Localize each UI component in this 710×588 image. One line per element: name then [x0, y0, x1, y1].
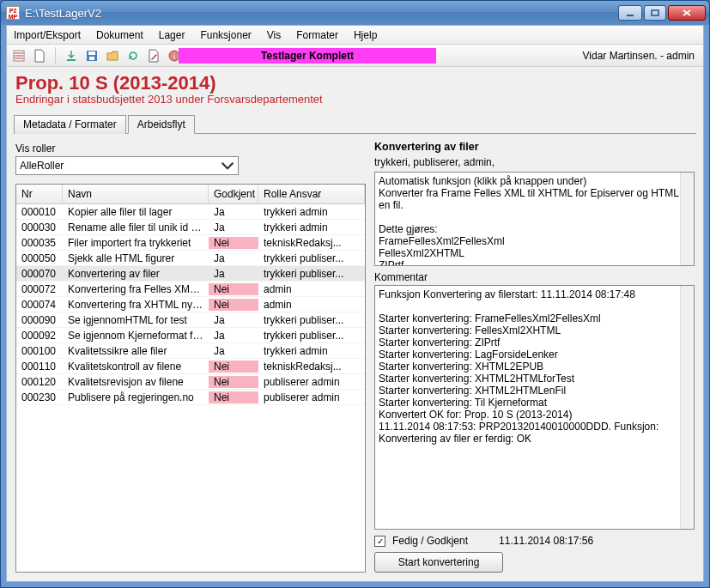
cell: tekniskRedaksj...	[258, 237, 365, 249]
col-nr[interactable]: Nr	[16, 185, 63, 203]
menu-hjelp[interactable]: Hjelp	[354, 29, 377, 41]
menu-formater[interactable]: Formater	[296, 29, 338, 41]
toolbar-open-icon[interactable]	[104, 47, 121, 64]
cell: 000050	[16, 252, 63, 264]
menu-lager[interactable]: Lager	[159, 29, 185, 41]
grid-header: Nr Navn Godkjent Rolle Ansvar	[16, 185, 365, 204]
col-godkjent[interactable]: Godkjent	[209, 185, 258, 203]
maximize-icon	[651, 9, 659, 16]
document-subtitle: Endringar i statsbudsjettet 2013 under F…	[15, 93, 695, 106]
cell: trykkeri admin	[258, 206, 365, 218]
menu-dokument[interactable]: Dokument	[96, 29, 143, 41]
cell: Ja	[209, 330, 258, 342]
cell: 000230	[16, 391, 63, 403]
cell: Kvalitetskontroll av filene	[63, 361, 209, 373]
col-rolle[interactable]: Rolle Ansvar	[258, 185, 365, 203]
workflow-grid[interactable]: Nr Navn Godkjent Rolle Ansvar 000010Kopi…	[15, 184, 366, 573]
table-row[interactable]: 000092Se igjennom Kjerneformat for testJ…	[16, 328, 365, 343]
table-row[interactable]: 000070Konvertering av filerJatrykkeri pu…	[16, 266, 365, 282]
banner: Testlager Komplett	[179, 48, 436, 64]
roles-filter-label: Vis roller	[15, 142, 366, 155]
workflow-body: Vis roller AlleRoller Nr Navn Godkjent R…	[7, 134, 703, 581]
cell: Nei	[209, 299, 258, 311]
cell: Sjekk alle HTML figurer	[63, 252, 209, 264]
menu-funksjoner[interactable]: Funksjoner	[200, 29, 251, 41]
table-row[interactable]: 000120Kvalitetsrevisjon av fileneNeipubl…	[16, 374, 365, 390]
cell: publiserer admin	[258, 391, 365, 403]
comment-label: Kommentar	[374, 271, 695, 283]
svg-text:i: i	[173, 52, 175, 61]
cell: 000120	[16, 376, 63, 388]
menu-import-eksport[interactable]: Import/Eksport	[14, 29, 81, 41]
table-row[interactable]: 000072Konvertering fra Felles XML filerN…	[16, 282, 365, 297]
toolbar-options-icon[interactable]	[10, 47, 27, 64]
roles-filter-value: AlleRoller	[20, 160, 64, 172]
tab-bar: Metadata / FormaterArbeidsflyt	[14, 114, 696, 134]
app-window: P2 MP E:\TestLagerV2 Import/EksportDokum…	[0, 0, 710, 588]
cell: Nei	[209, 376, 258, 388]
tab-metadata-formater[interactable]: Metadata / Formater	[14, 115, 126, 134]
table-row[interactable]: 000100Kvalitetssikre alle filerJatrykker…	[16, 343, 365, 359]
table-row[interactable]: 000050Sjekk alle HTML figurerJatrykkeri …	[16, 251, 365, 266]
cell: trykkeri publiser...	[258, 268, 365, 280]
tab-arbeidsflyt[interactable]: Arbeidsflyt	[128, 115, 195, 134]
cell: Ja	[209, 252, 258, 264]
toolbar-refresh-icon[interactable]	[124, 47, 142, 64]
minimize-icon	[626, 9, 634, 16]
description-box[interactable]: Automatisk funksjon (klikk på knappen un…	[374, 172, 695, 266]
user-label: Vidar Martinsen. - admin	[583, 50, 695, 62]
maximize-button[interactable]	[644, 5, 666, 21]
menu-vis[interactable]: Vis	[267, 29, 281, 41]
table-row[interactable]: 000110Kvalitetskontroll av fileneNeitekn…	[16, 359, 365, 374]
table-row[interactable]: 000230Publisere på regjeringen.noNeipubl…	[16, 390, 365, 405]
start-conversion-button[interactable]: Start konvertering	[374, 552, 503, 573]
svg-rect-0	[627, 15, 634, 16]
grid-body[interactable]: 000010Kopier alle filer til lagerJatrykk…	[16, 204, 365, 572]
toolbar-editdoc-icon[interactable]	[145, 47, 162, 64]
step-roles: trykkeri, publiserer, admin,	[374, 156, 695, 168]
cell: 000072	[16, 283, 63, 295]
cell: 000092	[16, 330, 63, 342]
toolbar-save-icon[interactable]	[83, 47, 100, 64]
close-button[interactable]	[668, 5, 706, 21]
cell: Ja	[209, 314, 258, 326]
cell: admin	[258, 299, 365, 311]
client-area: Import/EksportDokumentLagerFunksjonerVis…	[6, 25, 704, 582]
chevron-down-icon	[221, 159, 234, 173]
cell: 000074	[16, 299, 63, 311]
minimize-button[interactable]	[618, 5, 642, 21]
cell: Rename alle filer til unik id som ...	[63, 221, 209, 233]
cell: 000035	[16, 237, 63, 249]
toolbar-import-icon[interactable]	[63, 47, 80, 64]
cell: Ja	[209, 221, 258, 233]
cell: trykkeri publiser...	[258, 314, 365, 326]
cell: Filer importert fra trykkeriet	[63, 237, 209, 249]
svg-rect-4	[88, 52, 95, 55]
toolbar-newdoc-icon[interactable]	[31, 47, 48, 64]
left-panel: Vis roller AlleRoller Nr Navn Godkjent R…	[15, 141, 366, 573]
cell: 000100	[16, 345, 63, 357]
app-icon: P2 MP	[6, 6, 20, 20]
done-checkbox[interactable]: ✓	[374, 536, 385, 547]
col-navn[interactable]: Navn	[63, 185, 209, 203]
cell: trykkeri admin	[258, 345, 365, 357]
table-row[interactable]: 000090Se igjennomHTML for testJatrykkeri…	[16, 312, 365, 328]
cell: Se igjennom Kjerneformat for test	[63, 330, 209, 342]
table-row[interactable]: 000035Filer importert fra trykkerietNeit…	[16, 235, 365, 251]
document-header: Prop. 10 S (2013-2014) Endringar i stats…	[7, 67, 703, 109]
cell: trykkeri admin	[258, 221, 365, 233]
cell: admin	[258, 283, 365, 295]
document-title: Prop. 10 S (2013-2014)	[15, 72, 695, 94]
scrollbar[interactable]	[680, 173, 694, 265]
titlebar[interactable]: P2 MP E:\TestLagerV2	[1, 1, 709, 25]
comment-box[interactable]: Funksjon Konvertering av filerstart: 11.…	[374, 285, 695, 530]
scrollbar[interactable]	[680, 286, 694, 529]
roles-filter-combo[interactable]: AlleRoller	[15, 156, 239, 175]
cell: Ja	[209, 268, 258, 280]
cell: Nei	[209, 283, 258, 295]
table-row[interactable]: 000010Kopier alle filer til lagerJatrykk…	[16, 204, 365, 220]
table-row[interactable]: 000030Rename alle filer til unik id som …	[16, 220, 365, 235]
table-row[interactable]: 000074Konvertering fra XHTML nye le...Ne…	[16, 297, 365, 312]
right-panel: Konvertering av filer trykkeri, publiser…	[374, 141, 695, 573]
cell: Se igjennomHTML for test	[63, 314, 209, 326]
